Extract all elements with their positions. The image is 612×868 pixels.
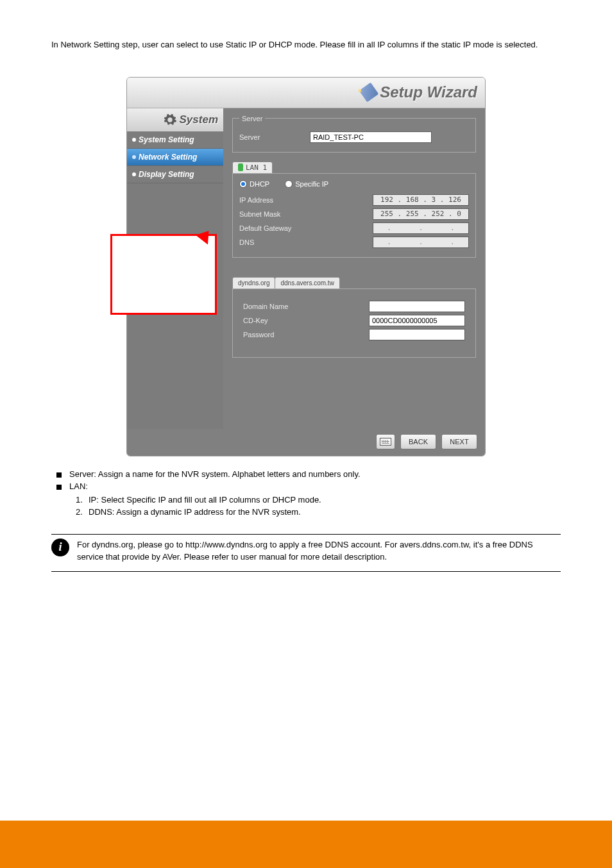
intro-paragraph: In Network Setting step, user can select…	[51, 38, 561, 51]
dhcp-label: DHCP	[250, 180, 269, 188]
lan1-tab[interactable]: LAN 1	[232, 162, 273, 173]
ip-address-field[interactable]: 192 . 168 . 3 . 126	[373, 194, 469, 206]
radio-selected-icon	[239, 180, 247, 188]
password-input[interactable]	[369, 329, 465, 340]
ddns-tab-avers[interactable]: ddns.avers.com.tw	[275, 277, 339, 288]
domain-name-input[interactable]	[369, 301, 465, 312]
lan-sub2-text: DDNS: Assign a dynamic IP address for th…	[89, 506, 301, 519]
dns-label: DNS	[239, 238, 303, 246]
sidebar-header-text: System	[180, 113, 218, 126]
note-text: For dyndns.org, please go to http://www.…	[77, 540, 533, 562]
sidebar-item-display-setting[interactable]: Display Setting	[127, 166, 223, 183]
server-input[interactable]	[310, 131, 432, 143]
next-button[interactable]: NEXT	[441, 434, 477, 449]
domain-name-label: Domain Name	[243, 303, 307, 310]
keyboard-button[interactable]	[376, 434, 395, 449]
lan-panel: DHCP Specific IP IP Address 192 . 168 . …	[232, 173, 476, 258]
keyboard-icon	[380, 438, 391, 446]
lan-tab-label: LAN 1	[246, 163, 267, 172]
specific-ip-label: Specific IP	[295, 180, 328, 188]
subnet-value: 255 . 255 . 252 . 0	[379, 210, 463, 218]
wizard-main-panel: Server Server LAN 1	[223, 108, 485, 429]
list-number: 1.	[76, 494, 83, 506]
sidebar-item-label: System Setting	[139, 135, 194, 144]
square-bullet-icon	[56, 472, 62, 478]
info-icon: i	[51, 538, 69, 556]
lan-sub1-text: IP: Select Specific IP and fill out all …	[89, 494, 321, 506]
subnet-label: Subnet Mask	[239, 210, 303, 218]
sidebar-item-network-setting[interactable]: Network Setting	[127, 149, 223, 166]
bullet-icon	[132, 172, 136, 176]
subnet-field[interactable]: 255 . 255 . 252 . 0	[373, 208, 469, 220]
sidebar-item-system-setting[interactable]: System Setting	[127, 131, 223, 149]
gear-icon	[163, 113, 177, 127]
divider	[51, 534, 561, 535]
ip-address-value: 192 . 168 . 3 . 126	[379, 196, 463, 204]
wizard-title: Setup Wizard	[362, 83, 477, 101]
password-label: Password	[243, 331, 307, 338]
sidebar-item-label: Display Setting	[139, 170, 194, 179]
dhcp-radio[interactable]: DHCP	[239, 180, 269, 188]
server-fieldset: Server Server	[232, 115, 476, 153]
gateway-field[interactable]: ...	[373, 222, 469, 234]
dns-field[interactable]: ...	[373, 237, 469, 248]
sidebar-item-label: Network Setting	[139, 153, 197, 162]
lan-status-icon	[238, 163, 243, 171]
gateway-label: Default Gateway	[239, 224, 303, 232]
server-label: Server	[239, 133, 303, 141]
server-legend: Server	[239, 115, 265, 122]
page-footer-bar	[0, 821, 612, 868]
ddns-panel: Domain Name CD-Key Password	[232, 288, 476, 358]
list-number: 2.	[76, 506, 83, 519]
wizard-titlebar: Setup Wizard	[127, 78, 485, 108]
specific-ip-radio[interactable]: Specific IP	[285, 180, 328, 188]
square-bullet-icon	[56, 485, 62, 490]
back-button[interactable]: BACK	[400, 434, 436, 449]
ddns-tab-dyndns[interactable]: dyndns.org	[232, 277, 275, 288]
radio-unselected-icon	[285, 180, 293, 188]
divider	[51, 571, 561, 572]
lan-bullet-text: LAN:	[69, 481, 88, 491]
cdkey-label: CD-Key	[243, 317, 307, 324]
sidebar-header: System	[127, 108, 223, 131]
note-block: i For dyndns.org, please go to http://ww…	[51, 538, 561, 563]
cdkey-input[interactable]	[369, 315, 465, 326]
bullet-icon	[132, 138, 136, 142]
bullet-icon	[132, 155, 136, 159]
ip-address-label: IP Address	[239, 196, 303, 204]
wizard-title-text: Setup Wizard	[380, 83, 477, 101]
server-bullet-text: Server: Assign a name for the NVR system…	[69, 469, 361, 479]
wizard-footer: BACK NEXT	[127, 429, 485, 456]
wand-icon	[359, 83, 379, 103]
red-highlight-box	[110, 234, 217, 315]
